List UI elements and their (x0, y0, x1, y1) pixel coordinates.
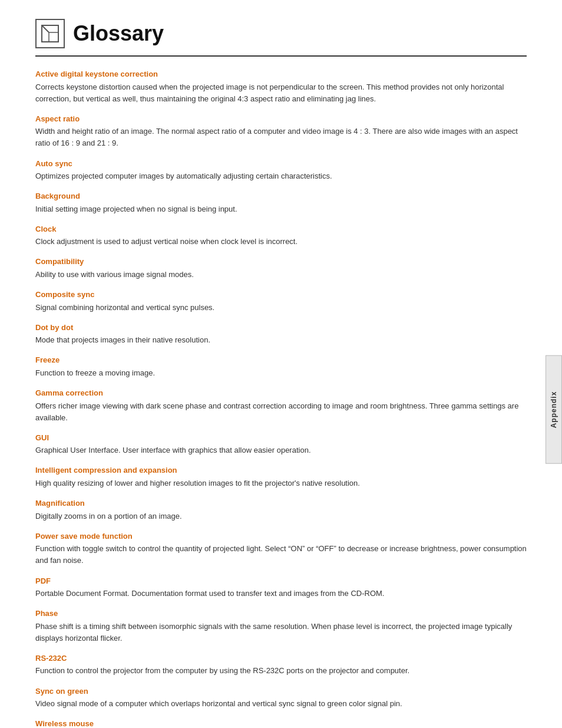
glossary-definition: Mode that projects images in their nativ… (35, 334, 527, 346)
glossary-term: Power save mode function (35, 531, 527, 542)
glossary-definition: Ability to use with various image signal… (35, 269, 527, 281)
glossary-definition: Signal combining horizontal and vertical… (35, 302, 527, 314)
glossary-term: Dot by dot (35, 322, 527, 334)
glossary-term: Freeze (35, 354, 527, 366)
glossary-definition: Portable Document Format. Documentation … (35, 588, 527, 599)
glossary-entry: Auto syncOptimizes projected computer im… (35, 158, 527, 183)
glossary-term: Auto sync (35, 158, 527, 170)
glossary-entry: PDFPortable Document Format. Documentati… (35, 575, 527, 600)
glossary-entry: ClockClock adjustment is used to adjust … (35, 223, 527, 248)
glossary-term: Intelligent compression and expansion (35, 465, 527, 476)
glossary-definition: High quality resizing of lower and highe… (35, 477, 527, 489)
page-title: Glossary (73, 18, 164, 50)
glossary-entry: GUIGraphical User Interface. User interf… (35, 432, 527, 457)
glossary-definition: Offers richer image viewing with dark sc… (35, 400, 527, 424)
glossary-term: Wireless mouse (35, 718, 527, 728)
glossary-definition: Initial setting image projected when no … (35, 203, 527, 215)
glossary-entry: Sync on greenVideo signal mode of a comp… (35, 686, 527, 710)
glossary-content: Active digital keystone correctionCorrec… (35, 68, 527, 728)
glossary-entry: FreezeFunction to freeze a moving image. (35, 354, 527, 379)
glossary-term: Magnification (35, 498, 527, 509)
glossary-term: Compatibility (35, 256, 527, 268)
appendix-sidebar-tab: Appendix (546, 355, 562, 464)
glossary-definition: Graphical User Interface. User interface… (35, 444, 527, 456)
page-header: Glossary (35, 18, 527, 57)
glossary-definition: Width and height ratio of an image. The … (35, 126, 527, 149)
glossary-entry: Wireless mouseFunction to operate the mo… (35, 718, 527, 728)
glossary-definition: Phase shift is a timing shift between is… (35, 621, 527, 644)
glossary-definition: Function to control the projector from t… (35, 665, 527, 677)
sidebar-label: Appendix (548, 391, 559, 428)
glossary-entry: PhasePhase shift is a timing shift betwe… (35, 608, 527, 644)
glossary-term: Sync on green (35, 686, 527, 697)
glossary-entry: Intelligent compression and expansionHig… (35, 465, 527, 489)
glossary-entry: Dot by dotMode that projects images in t… (35, 322, 527, 347)
glossary-entry: MagnificationDigitally zooms in on a por… (35, 498, 527, 522)
glossary-entry: Active digital keystone correctionCorrec… (35, 68, 527, 105)
glossary-entry: Aspect ratioWidth and height ratio of an… (35, 113, 527, 150)
glossary-definition: Optimizes projected computer images by a… (35, 170, 527, 182)
glossary-term: GUI (35, 432, 527, 444)
glossary-term: Active digital keystone correction (35, 68, 527, 80)
svg-line-1 (42, 25, 49, 32)
glossary-term: Background (35, 190, 527, 202)
glossary-term: PDF (35, 575, 527, 587)
glossary-term: Phase (35, 608, 527, 620)
glossary-definition: Function with toggle switch to control t… (35, 543, 527, 566)
glossary-definition: Video signal mode of a computer which ov… (35, 698, 527, 710)
glossary-definition: Function to freeze a moving image. (35, 367, 527, 379)
glossary-definition: Corrects keystone distortion caused when… (35, 81, 527, 105)
glossary-definition: Clock adjustment is used to adjust verti… (35, 236, 527, 248)
glossary-term: Gamma correction (35, 387, 527, 399)
glossary-definition: Digitally zooms in on a portion of an im… (35, 510, 527, 522)
glossary-term: Composite sync (35, 289, 527, 301)
glossary-entry: Composite syncSignal combining horizonta… (35, 289, 527, 314)
glossary-entry: RS-232CFunction to control the projector… (35, 653, 527, 677)
glossary-term: Clock (35, 223, 527, 235)
glossary-term: Aspect ratio (35, 113, 527, 125)
glossary-entry: Gamma correctionOffers richer image view… (35, 387, 527, 424)
glossary-entry: Power save mode functionFunction with to… (35, 531, 527, 567)
header-icon (35, 19, 65, 48)
glossary-entry: BackgroundInitial setting image projecte… (35, 190, 527, 215)
glossary-entry: CompatibilityAbility to use with various… (35, 256, 527, 281)
glossary-term: RS-232C (35, 653, 527, 664)
page-wrapper: Glossary Active digital keystone correct… (0, 0, 562, 728)
